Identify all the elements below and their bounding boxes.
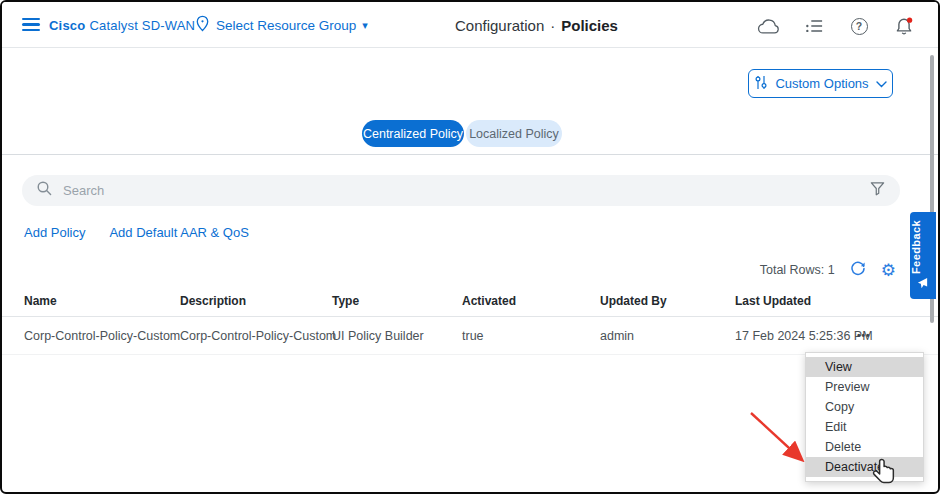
- menu-item-deactivate[interactable]: Deactivate: [806, 457, 923, 477]
- page-title-section: Configuration: [455, 17, 544, 34]
- filter-funnel-icon[interactable]: [869, 180, 886, 201]
- row-actions-context-menu: View Preview Copy Edit Delete Deactivate: [805, 352, 924, 482]
- custom-options-button[interactable]: Custom Options: [748, 69, 893, 98]
- action-links: Add Policy Add Default AAR & QoS: [24, 225, 249, 240]
- menu-item-edit[interactable]: Edit: [806, 417, 923, 437]
- topbar-icon-group: ?: [757, 14, 916, 38]
- cell-last-updated: 17 Feb 2024 5:25:36 PM: [735, 317, 873, 355]
- section-divider: [2, 154, 938, 155]
- help-glyph: ?: [851, 18, 868, 35]
- table-settings-gear-icon[interactable]: ⚙: [881, 262, 896, 279]
- chevron-down-icon: [876, 76, 887, 91]
- table-toolbar: Total Rows: 1 ⚙: [760, 259, 896, 281]
- search-bar[interactable]: [22, 175, 900, 206]
- top-navigation-bar: CiscoCatalyst SD-WAN Select Resource Gro…: [2, 2, 938, 48]
- column-header-last-updated[interactable]: Last Updated: [735, 294, 811, 308]
- search-icon: [36, 180, 53, 201]
- table-row[interactable]: Corp-Control-Policy-Custom Corp-Control-…: [2, 317, 938, 355]
- cell-description: Corp-Control-Policy-Custom: [180, 317, 336, 355]
- tab-centralized-policy[interactable]: Centralized Policy: [362, 120, 464, 147]
- cell-activated: true: [462, 317, 484, 355]
- menu-item-preview[interactable]: Preview: [806, 377, 923, 397]
- page-title: Configuration·Policies: [455, 17, 618, 34]
- resource-group-selector[interactable]: Select Resource Group ▾: [195, 15, 368, 35]
- resource-group-label: Select Resource Group: [216, 18, 356, 33]
- brand-logo: CiscoCatalyst SD-WAN: [49, 18, 195, 33]
- page-title-page: Policies: [561, 17, 618, 34]
- menu-item-copy[interactable]: Copy: [806, 397, 923, 417]
- custom-options-label: Custom Options: [775, 76, 868, 91]
- help-icon[interactable]: ?: [847, 14, 871, 38]
- brand-product: Catalyst SD-WAN: [89, 18, 195, 33]
- total-rows-label: Total Rows:: [760, 263, 825, 277]
- task-list-icon[interactable]: [802, 14, 826, 38]
- column-header-name[interactable]: Name: [24, 294, 57, 308]
- column-header-activated[interactable]: Activated: [462, 294, 516, 308]
- hamburger-menu-icon[interactable]: [22, 18, 40, 32]
- megaphone-icon: [916, 276, 929, 294]
- notifications-bell-icon[interactable]: [892, 14, 916, 38]
- refresh-icon[interactable]: [849, 259, 867, 281]
- column-header-type[interactable]: Type: [332, 294, 359, 308]
- feedback-label: Feedback: [910, 216, 936, 278]
- column-header-updated-by[interactable]: Updated By: [600, 294, 667, 308]
- cell-updated-by: admin: [600, 317, 634, 355]
- table-header-row: Name Description Type Activated Updated …: [2, 294, 938, 317]
- add-policy-link[interactable]: Add Policy: [24, 225, 85, 240]
- row-actions-ellipsis-button[interactable]: •••: [857, 317, 871, 355]
- column-header-description[interactable]: Description: [180, 294, 246, 308]
- sliders-icon: [754, 75, 768, 93]
- app-window: CiscoCatalyst SD-WAN Select Resource Gro…: [0, 0, 940, 494]
- page-title-separator: ·: [550, 17, 555, 34]
- search-input[interactable]: [63, 183, 869, 198]
- total-rows-text: Total Rows: 1: [760, 263, 835, 277]
- menu-item-view[interactable]: View: [806, 357, 923, 377]
- cell-name: Corp-Control-Policy-Custom: [24, 317, 180, 355]
- feedback-tab[interactable]: Feedback: [910, 212, 936, 299]
- add-default-aar-qos-link[interactable]: Add Default AAR & QoS: [109, 225, 248, 240]
- location-pin-icon: [195, 15, 210, 35]
- menu-item-delete[interactable]: Delete: [806, 437, 923, 457]
- brand-cisco: Cisco: [49, 18, 85, 33]
- cloud-icon[interactable]: [757, 14, 781, 38]
- total-rows-value: 1: [828, 263, 835, 277]
- tab-localized-policy[interactable]: Localized Policy: [466, 120, 562, 147]
- cell-type: UI Policy Builder: [332, 317, 424, 355]
- caret-down-icon: ▾: [362, 20, 368, 31]
